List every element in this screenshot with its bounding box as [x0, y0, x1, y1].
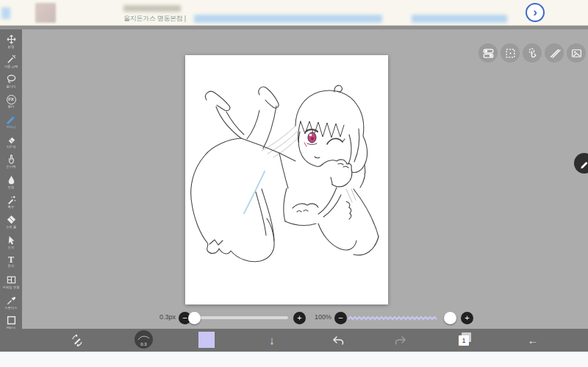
app-bottom-bar: ↓ ←: [0, 329, 588, 352]
tool-transform[interactable]: 변형: [0, 32, 22, 52]
transform-icon: [6, 34, 17, 45]
tool-blur[interactable]: 흐림: [0, 173, 22, 193]
brush-eraser-toggle-button[interactable]: [68, 329, 86, 352]
frame-divide-icon: [6, 274, 17, 285]
special-pen-icon: [6, 194, 17, 205]
image-icon: [570, 47, 583, 60]
anime-sketch: [185, 55, 388, 304]
tool-special-pen[interactable]: 특수: [0, 193, 22, 213]
tool-eraser[interactable]: 지우개: [0, 132, 22, 152]
brush-preview-button[interactable]: 0.3: [135, 330, 153, 349]
tool-palette: 변형 자동 선택 올가미 FX 필터 브러시 지우개 손가락 흐림: [0, 29, 22, 352]
system-taskbar: [0, 352, 588, 367]
notification-expand-button[interactable]: ›: [526, 3, 545, 22]
zoom-slider[interactable]: [348, 315, 456, 321]
canvas-icon: [6, 315, 17, 326]
fx-icon: FX: [7, 95, 16, 104]
notification-bar[interactable]: 을지돈가스 명동본점 | ›: [0, 0, 588, 26]
magic-wand-icon: [6, 54, 17, 65]
app-screen: 을지돈가스 명동본점 | ›: [0, 0, 588, 367]
pencil-icon: [578, 157, 588, 169]
brush-cycle-icon: [70, 333, 85, 348]
reference-image-button[interactable]: [567, 43, 586, 63]
tool-finger[interactable]: 손가락: [0, 153, 22, 173]
tool-frame-divide[interactable]: 프레임 분할: [0, 274, 22, 293]
selection-grid-button[interactable]: [501, 43, 520, 63]
material-diamond-icon: [6, 214, 17, 225]
text-tool-icon: T: [8, 255, 14, 264]
lasso-icon: [6, 74, 17, 85]
tool-auto-select[interactable]: 자동 선택: [0, 52, 22, 72]
zoom-handle[interactable]: [444, 312, 456, 324]
brush-size-slider[interactable]: [190, 316, 288, 319]
toggles-icon: [482, 47, 495, 60]
ruler-icon: [548, 47, 561, 60]
redo-button[interactable]: [392, 329, 409, 352]
fullscreen-button[interactable]: ↓: [263, 329, 281, 352]
stabilizer-toggle-button[interactable]: [478, 43, 498, 63]
notification-text: 을지돈가스 명동본점 |: [123, 14, 186, 24]
brush-size-plus-button[interactable]: +: [293, 312, 306, 324]
pen-mode-fab[interactable]: [574, 153, 588, 174]
layers-button[interactable]: 1: [459, 332, 473, 347]
tool-filter[interactable]: FX 필터: [0, 93, 22, 113]
brush-stroke-preview: [137, 333, 151, 342]
zoom-minus-button[interactable]: −: [334, 312, 347, 324]
gesture-button[interactable]: [523, 43, 542, 63]
dashed-grid-icon: [504, 47, 517, 60]
tool-brush-selected[interactable]: 브러시: [0, 113, 22, 132]
redo-icon: [393, 335, 408, 346]
masked-link-text-2: [412, 15, 507, 23]
ruler-button[interactable]: [545, 43, 564, 63]
brush-icon: [6, 114, 17, 125]
tool-material[interactable]: 소재 툴: [0, 213, 22, 233]
brush-size-handle[interactable]: [188, 312, 201, 324]
tool-lasso[interactable]: 올가미: [0, 73, 22, 93]
undo-icon: [331, 335, 345, 346]
tool-text[interactable]: T 문자: [0, 253, 22, 273]
divider: [0, 26, 588, 29]
masked-title-text: [123, 5, 181, 12]
notification-thumbnail: [35, 3, 56, 23]
finger-icon: [6, 154, 17, 165]
zoom-plus-button[interactable]: +: [461, 312, 473, 324]
brush-preview-size: 0.3: [140, 342, 146, 346]
hand-tap-icon: [526, 47, 539, 60]
current-color-swatch[interactable]: [198, 332, 215, 348]
eraser-icon: [6, 134, 17, 145]
tool-operate[interactable]: 조작: [0, 233, 22, 253]
masked-link-text: [194, 15, 382, 23]
blur-drop-icon: [6, 174, 17, 185]
layer-count-badge: 1: [459, 335, 469, 346]
drawing-canvas[interactable]: [185, 55, 388, 304]
zoom-value: 100%: [311, 313, 331, 321]
eyedropper-icon: [6, 295, 17, 306]
cursor-arrow-icon: [6, 235, 17, 246]
brush-size-value: 0.3px: [151, 313, 176, 321]
undo-button[interactable]: [329, 329, 347, 352]
back-button[interactable]: ←: [524, 329, 542, 352]
tool-eyedropper[interactable]: 스포이드: [0, 293, 22, 313]
masked-icon: [1, 7, 10, 19]
